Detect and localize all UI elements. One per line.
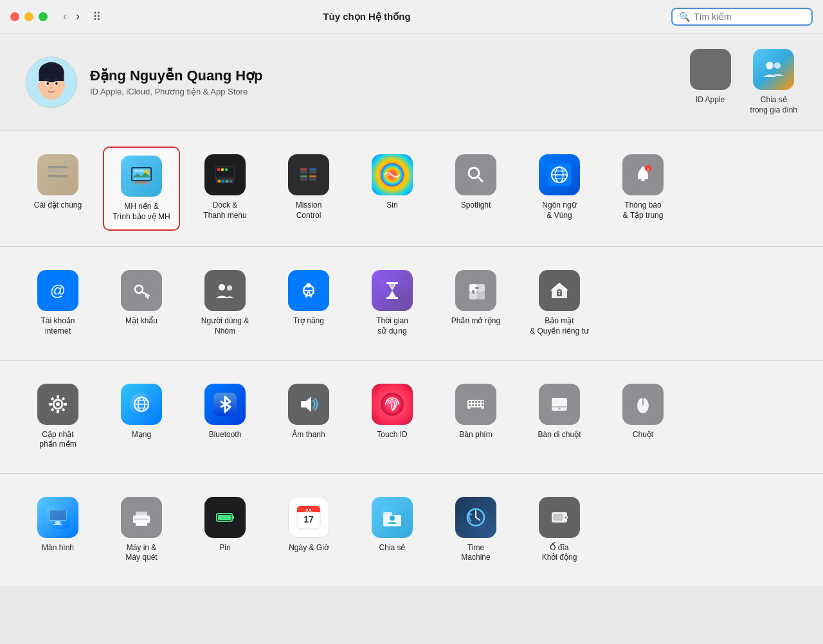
item-password[interactable]: Mật khẩu: [103, 262, 180, 344]
item-spotlight[interactable]: Spotlight: [437, 147, 514, 231]
apple-id-icon: [690, 49, 731, 90]
item-touchid[interactable]: Touch ID: [354, 376, 431, 458]
svg-rect-83: [475, 287, 479, 289]
touchid-label: Touch ID: [377, 430, 407, 440]
profile-info: Đặng Nguyễn Quang Hợp ID Apple, iCloud, …: [90, 67, 263, 96]
svg-point-56: [642, 166, 644, 169]
dock-icon: [204, 154, 246, 195]
item-accessibility[interactable]: Trợ năng: [270, 262, 347, 344]
svg-rect-134: [53, 524, 62, 525]
search-input[interactable]: [694, 12, 805, 22]
wallpaper-label: MH nền &Trình bảo vệ MH: [113, 202, 170, 222]
section-3: Cập nhậtphần mềm: [0, 361, 823, 474]
item-battery[interactable]: Pin: [186, 489, 264, 571]
avatar[interactable]: [26, 57, 77, 108]
password-label: Mật khẩu: [125, 316, 158, 326]
startdisk-icon: [539, 497, 580, 538]
svg-rect-41: [309, 168, 316, 170]
item-internet[interactable]: @ Tài khoảninternet: [19, 262, 96, 344]
settings-grid-3: Cập nhậtphần mềm: [19, 376, 804, 458]
item-extensions[interactable]: Phần mở rộng: [437, 262, 514, 344]
back-button[interactable]: ‹: [60, 8, 69, 24]
datetime-label: Ngày & Giờ: [289, 543, 329, 553]
extensions-icon: [455, 270, 496, 311]
svg-rect-138: [136, 512, 147, 517]
svg-rect-29: [222, 180, 224, 183]
timemachine-label: TimeMachine: [461, 543, 490, 563]
mouse-icon: [622, 384, 664, 425]
item-general[interactable]: Cài đặt chung: [19, 147, 96, 231]
item-wallpaper[interactable]: MH nền &Trình bảo vệ MH: [103, 147, 180, 231]
svg-rect-76: [386, 282, 398, 284]
item-display[interactable]: Màn hình: [19, 489, 96, 571]
item-bluetooth[interactable]: Bluetooth: [186, 376, 264, 458]
bluetooth-icon: [204, 384, 246, 425]
search-box[interactable]: 🔍: [671, 8, 813, 26]
item-sound[interactable]: Âm thanh: [270, 376, 347, 458]
item-mission[interactable]: MissionControl: [270, 147, 347, 231]
battery-label: Pin: [219, 543, 230, 553]
item-siri[interactable]: Siri: [354, 147, 431, 231]
item-sharing[interactable]: Chia sẻ: [354, 489, 431, 571]
minimize-button[interactable]: [24, 12, 33, 21]
spotlight-label: Spotlight: [461, 201, 491, 211]
svg-point-9: [38, 83, 42, 89]
svg-point-8: [50, 87, 53, 89]
language-icon: [539, 154, 580, 195]
svg-rect-151: [383, 512, 392, 516]
svg-rect-28: [218, 180, 221, 183]
svg-rect-115: [482, 401, 484, 403]
svg-point-12: [774, 62, 781, 69]
profile-section: Đặng Nguyễn Quang Hợp ID Apple, iCloud, …: [0, 33, 823, 131]
profile-subtitle: ID Apple, iCloud, Phương tiện & App Stor…: [90, 87, 263, 96]
svg-rect-19: [135, 181, 148, 183]
language-label: Ngôn ngữ& Vùng: [542, 201, 576, 220]
svg-rect-143: [218, 515, 231, 520]
family-sharing-action[interactable]: Chia sẻtrong gia đình: [750, 49, 797, 115]
window-controls: [10, 12, 48, 21]
svg-text:17: 17: [303, 514, 314, 524]
password-icon: [121, 270, 162, 311]
apple-id-action[interactable]: ID Apple: [690, 49, 731, 105]
svg-rect-137: [136, 521, 147, 526]
item-update[interactable]: Cập nhậtphần mềm: [19, 376, 96, 458]
item-screentime[interactable]: Thời giansử dụng: [354, 262, 431, 344]
svg-rect-31: [230, 180, 232, 183]
item-mouse[interactable]: Chuột: [604, 376, 682, 458]
svg-rect-55: [641, 179, 645, 181]
item-notification[interactable]: ! Thông báo& Tập trung: [604, 147, 682, 231]
family-sharing-icon: [753, 49, 794, 90]
item-network[interactable]: Mạng: [103, 376, 180, 458]
mouse-label: Chuột: [633, 430, 653, 440]
item-security[interactable]: Bảo mật& Quyền riêng tư: [521, 262, 598, 344]
item-startdisk[interactable]: Ổ đĩaKhởi động: [521, 489, 598, 571]
bluetooth-label: Bluetooth: [209, 430, 242, 440]
svg-point-66: [213, 279, 237, 302]
svg-rect-30: [226, 180, 228, 183]
maximize-button[interactable]: [39, 12, 48, 21]
battery-icon: [204, 497, 246, 538]
svg-point-6: [46, 82, 49, 85]
svg-point-7: [55, 82, 58, 85]
item-keyboard[interactable]: Bàn phím: [437, 376, 514, 458]
mission-icon: [288, 154, 329, 195]
security-icon: [539, 270, 580, 311]
profile-name: Đặng Nguyễn Quang Hợp: [90, 67, 263, 84]
users-label: Người dùng &Nhóm: [201, 316, 249, 336]
close-button[interactable]: [10, 12, 19, 21]
item-trackpad[interactable]: Bàn di chuột: [521, 376, 598, 458]
item-users[interactable]: Người dùng &Nhóm: [186, 262, 264, 344]
item-printer[interactable]: Máy in &Máy quét: [103, 489, 180, 571]
svg-rect-42: [300, 175, 307, 177]
svg-rect-32: [217, 168, 220, 171]
item-dock[interactable]: Dock &Thanh menu: [186, 147, 264, 231]
item-timemachine[interactable]: TimeMachine: [437, 489, 514, 571]
item-language[interactable]: Ngôn ngữ& Vùng: [521, 147, 598, 231]
svg-rect-23: [134, 170, 143, 172]
security-label: Bảo mật& Quyền riêng tư: [530, 316, 589, 336]
internet-label: Tài khoảninternet: [41, 316, 75, 336]
svg-point-61: [130, 279, 153, 302]
item-datetime[interactable]: JUL 17 Ngày & Giờ: [270, 489, 347, 571]
svg-point-108: [381, 393, 404, 416]
svg-text:!: !: [647, 167, 649, 172]
